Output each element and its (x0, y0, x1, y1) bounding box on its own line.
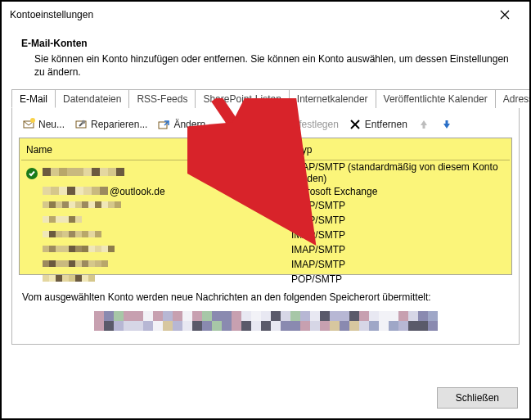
change-label: Ändern... (173, 119, 214, 130)
new-label: Neu... (38, 119, 65, 130)
tab-strip: E-Mail Datendateien RSS-Feeds SharePoint… (11, 88, 520, 108)
close-button[interactable] (488, 2, 521, 28)
new-button[interactable]: Neu... (22, 118, 65, 131)
remove-label: Entfernen (365, 119, 407, 130)
dialog-button-row: Schließen (437, 387, 518, 409)
titlebar: Kontoeinstellungen (2, 2, 529, 28)
change-button[interactable]: Ändern... (157, 118, 214, 131)
table-row[interactable]: IMAP/SMTP (21, 198, 510, 213)
account-type-cell: POP/SMTP (291, 273, 510, 285)
column-type[interactable]: Typ (291, 140, 510, 160)
close-dialog-button[interactable]: Schließen (437, 387, 518, 409)
column-name[interactable]: Name (21, 140, 291, 160)
toolbar: Neu... Reparieren... Ändern... Als Stand… (19, 116, 512, 138)
account-name-cell (21, 167, 291, 178)
svg-point-3 (30, 118, 35, 123)
close-icon (500, 10, 510, 20)
change-icon (157, 118, 170, 131)
table-row[interactable]: IMAP/SMTP (21, 228, 510, 242)
tab-data-files[interactable]: Datendateien (55, 89, 129, 108)
redacted-name (43, 216, 82, 227)
move-down-button[interactable] (440, 118, 453, 131)
account-name-cell (21, 228, 291, 242)
set-default-label: Als Standard festlegen (240, 119, 339, 130)
move-up-button[interactable] (417, 118, 430, 131)
tab-published-calendar[interactable]: Veröffentlichte Kalender (376, 89, 496, 108)
redacted-name (43, 168, 124, 178)
account-name-suffix: @outlook.de (110, 186, 165, 197)
account-name-cell (21, 243, 291, 256)
account-list: Name Typ IMAP/SMTP (standardmäßig von di… (19, 138, 512, 275)
account-type-cell: IMAP/SMTP (standardmäßig von diesem Kont… (291, 161, 510, 184)
account-type-cell: IMAP/SMTP (291, 259, 510, 270)
account-name-cell (21, 214, 291, 227)
header-heading: E-Mail-Konten (21, 38, 510, 49)
repair-icon (74, 118, 88, 131)
account-name-cell (21, 258, 291, 271)
account-name-cell: @outlook.de (21, 186, 291, 197)
account-type-cell: IMAP/SMTP (291, 215, 510, 226)
account-type-cell: Microsoft Exchange (291, 186, 510, 197)
redacted-name (43, 187, 108, 197)
redacted-name (43, 201, 121, 212)
arrow-down-icon (440, 118, 453, 131)
redacted-name (43, 246, 115, 256)
svg-point-5 (82, 120, 86, 124)
remove-icon (349, 118, 362, 131)
svg-rect-6 (159, 122, 167, 129)
window-title: Kontoeinstellungen (10, 9, 93, 20)
redacted-name (43, 275, 95, 286)
redacted-name (43, 260, 108, 271)
table-row[interactable]: @outlook.deMicrosoft Exchange (21, 185, 510, 198)
table-row[interactable]: IMAP/SMTP (21, 213, 510, 228)
tab-sharepoint[interactable]: SharePoint-Listen (195, 89, 289, 108)
account-type-cell: IMAP/SMTP (291, 200, 510, 211)
arrow-up-icon (417, 118, 430, 131)
header-description: Sie können ein Konto hinzufügen oder ent… (21, 52, 510, 79)
redacted-location (19, 308, 512, 334)
tab-address-books[interactable]: Adressbücher (495, 89, 531, 108)
repair-button[interactable]: Reparieren... (74, 118, 147, 131)
default-account-icon (26, 168, 38, 179)
tab-area: E-Mail Datendateien RSS-Feeds SharePoint… (11, 88, 520, 345)
account-rows: IMAP/SMTP (standardmäßig von diesem Kont… (21, 160, 510, 287)
tab-internet-calendar[interactable]: Internetkalender (289, 89, 376, 108)
check-circle-icon (223, 118, 236, 131)
table-row[interactable]: IMAP/SMTP (standardmäßig von diesem Kont… (21, 160, 510, 185)
table-row[interactable]: IMAP/SMTP (21, 257, 510, 272)
tab-email[interactable]: E-Mail (11, 89, 56, 108)
redacted-name (43, 231, 101, 242)
set-default-button[interactable]: Als Standard festlegen (223, 118, 339, 131)
tab-rss[interactable]: RSS-Feeds (128, 89, 196, 108)
table-row[interactable]: IMAP/SMTP (21, 242, 510, 257)
new-icon (22, 118, 35, 131)
account-type-cell: IMAP/SMTP (291, 229, 510, 241)
table-row[interactable]: POP/SMTP (21, 272, 510, 287)
repair-label: Reparieren... (91, 119, 147, 130)
account-name-cell (21, 199, 291, 212)
header-block: E-Mail-Konten Sie können ein Konto hinzu… (2, 28, 529, 84)
account-name-cell (21, 273, 291, 286)
remove-button[interactable]: Entfernen (349, 118, 407, 131)
list-header: Name Typ (21, 140, 510, 160)
tab-body: Neu... Reparieren... Ändern... Als Stand… (11, 108, 520, 345)
account-type-cell: IMAP/SMTP (291, 244, 510, 255)
